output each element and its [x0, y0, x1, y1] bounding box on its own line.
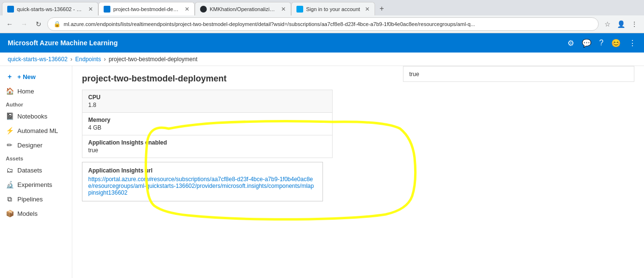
pipelines-label: Pipelines	[17, 196, 43, 203]
sidebar-item-models[interactable]: 📦 Models	[0, 207, 72, 220]
tab-2[interactable]: project-two-bestmodel-deploy... ✕	[98, 2, 195, 15]
datasets-label: Datasets	[17, 167, 42, 174]
insights-url-link[interactable]: https://portal.azure.com#resource/subscr…	[88, 176, 317, 196]
app-header: Microsoft Azure Machine Learning ⚙ 💬 ? 😊…	[0, 33, 644, 53]
reload-button[interactable]: ↻	[33, 18, 44, 30]
breadcrumb-link-2[interactable]: Endpoints	[75, 56, 101, 63]
assets-category: Assets	[0, 153, 72, 162]
models-icon: 📦	[6, 210, 13, 217]
memory-value: 4 GB	[88, 124, 326, 131]
breadcrumb-sep-2: ›	[104, 56, 106, 63]
right-panel: true	[403, 66, 634, 82]
cpu-label: CPU	[88, 94, 326, 101]
breadcrumb: quick-starts-ws-136602 › Endpoints › pro…	[0, 53, 644, 66]
new-label: + New	[17, 73, 36, 80]
tab-4-close[interactable]: ✕	[365, 6, 370, 13]
tab-3-favicon	[200, 6, 207, 13]
memory-label: Memory	[88, 117, 326, 123]
tab-2-favicon	[104, 6, 110, 13]
experiments-label: Experiments	[17, 181, 52, 188]
right-value: true	[409, 71, 419, 78]
tab-2-label: project-two-bestmodel-deploy...	[113, 6, 180, 12]
breadcrumb-current: project-two-bestmodel-deployment	[108, 56, 197, 63]
back-button[interactable]: ←	[4, 18, 15, 30]
sidebar-item-pipelines[interactable]: ⧉ Pipelines	[0, 192, 72, 206]
url-text: ml.azure.com/endpoints/lists/realtimeend…	[64, 21, 475, 27]
browser-actions: ☆ 👤 ⋮	[602, 18, 640, 30]
designer-label: Designer	[17, 142, 42, 149]
settings-icon[interactable]: ⚙	[567, 39, 574, 48]
sidebar-item-home[interactable]: 🏠 Home	[0, 84, 72, 98]
sidebar-item-experiments[interactable]: 🔬 Experiments	[0, 178, 72, 191]
app-header-icons: ⚙ 💬 ? 😊 ⋮	[567, 39, 636, 48]
notebooks-label: Notebooks	[17, 113, 47, 120]
insights-url-label: Application Insights url	[88, 167, 317, 174]
user-icon[interactable]: 😊	[611, 39, 621, 48]
author-category: Author	[0, 99, 72, 108]
insights-box: Application Insights url https://portal.…	[82, 162, 323, 201]
home-label: Home	[17, 88, 34, 95]
sidebar-item-notebooks[interactable]: 📓 Notebooks	[0, 109, 72, 123]
bookmark-button[interactable]: ☆	[602, 18, 613, 30]
cpu-value: 1.8	[88, 102, 326, 108]
experiments-icon: 🔬	[6, 181, 13, 188]
app-insights-enabled-label: Application Insights enabled	[88, 139, 326, 146]
tab-3-close[interactable]: ✕	[281, 6, 286, 13]
models-label: Models	[17, 210, 38, 217]
app-header-title: Microsoft Azure Machine Learning	[8, 39, 118, 47]
browser-chrome: quick-starts-ws-136602 - Micro... ✕ proj…	[0, 0, 644, 33]
feedback-icon[interactable]: 💬	[582, 39, 591, 48]
sidebar-item-automated-ml[interactable]: ⚡ Automated ML	[0, 124, 72, 137]
tab-4-label: Sign in to your account	[306, 6, 360, 12]
app-body: + + New 🏠 Home Author 📓 Notebooks ⚡ Auto…	[0, 66, 644, 278]
tab-1[interactable]: quick-starts-ws-136602 - Micro... ✕	[2, 2, 98, 15]
info-row-app-insights-enabled: Application Insights enabled true	[82, 135, 333, 158]
url-bar[interactable]: 🔒 ml.azure.com/endpoints/lists/realtimee…	[47, 17, 599, 31]
address-bar: ← → ↻ 🔒 ml.azure.com/endpoints/lists/rea…	[0, 15, 644, 33]
home-icon: 🏠	[6, 87, 13, 95]
notebooks-icon: 📓	[6, 112, 13, 120]
tab-3-label: KMKhation/Operationalizing-Ma...	[210, 6, 276, 12]
tab-1-favicon	[7, 6, 14, 13]
right-value-row: true	[403, 66, 634, 82]
profile-button[interactable]: 👤	[615, 18, 627, 30]
info-row-memory: Memory 4 GB	[82, 113, 333, 135]
info-section: CPU 1.8 Memory 4 GB Application Insights…	[82, 90, 333, 201]
new-button[interactable]: + + New	[0, 70, 72, 83]
tab-4[interactable]: Sign in to your account ✕	[291, 2, 375, 15]
lock-icon: 🔒	[54, 21, 61, 27]
forward-button[interactable]: →	[18, 18, 30, 30]
sidebar-item-datasets[interactable]: 🗂 Datasets	[0, 163, 72, 177]
help-icon[interactable]: ?	[599, 39, 604, 47]
sidebar-item-designer[interactable]: ✏ Designer	[0, 138, 72, 152]
sidebar: + + New 🏠 Home Author 📓 Notebooks ⚡ Auto…	[0, 66, 72, 278]
breadcrumb-link-1[interactable]: quick-starts-ws-136602	[8, 56, 67, 63]
automated-ml-icon: ⚡	[6, 127, 13, 134]
info-row-cpu: CPU 1.8	[82, 90, 333, 113]
more-icon[interactable]: ⋮	[629, 39, 636, 48]
breadcrumb-sep-1: ›	[70, 56, 72, 63]
pipelines-icon: ⧉	[6, 195, 13, 203]
app-insights-enabled-value: true	[88, 147, 326, 154]
datasets-icon: 🗂	[6, 166, 13, 174]
extensions-button[interactable]: ⋮	[629, 18, 640, 30]
main-content: project-two-bestmodel-deployment CPU 1.8…	[72, 66, 644, 278]
plus-icon: +	[6, 73, 13, 80]
tab-1-label: quick-starts-ws-136602 - Micro...	[17, 6, 83, 12]
designer-icon: ✏	[6, 141, 13, 149]
tab-1-close[interactable]: ✕	[88, 6, 93, 13]
tab-bar: quick-starts-ws-136602 - Micro... ✕ proj…	[0, 0, 644, 15]
new-tab-button[interactable]: +	[375, 2, 389, 15]
tab-4-favicon	[296, 6, 303, 13]
automated-ml-label: Automated ML	[17, 127, 58, 134]
tab-2-close[interactable]: ✕	[185, 6, 189, 13]
tab-3[interactable]: KMKhation/Operationalizing-Ma... ✕	[195, 2, 291, 15]
